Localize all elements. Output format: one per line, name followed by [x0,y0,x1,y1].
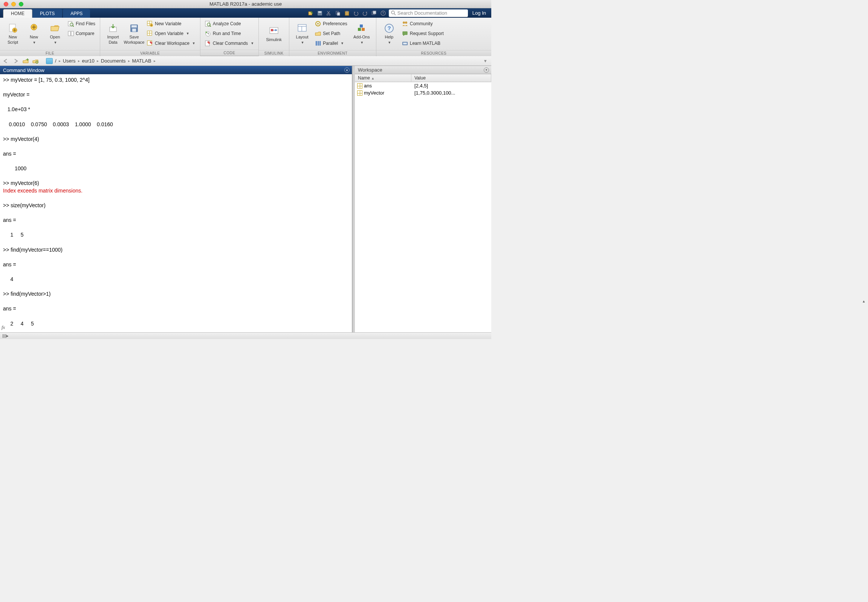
workspace-header[interactable]: Workspace ▾ [355,66,491,74]
windows-icon[interactable] [371,10,378,17]
breadcrumb-separator: ▸ [59,59,61,63]
layout-button[interactable]: Layout▼ [292,19,312,49]
layout-icon [297,23,307,34]
find-files-button[interactable]: Find Files [66,19,97,28]
command-line: 4 [3,276,352,283]
ribbon-label-file: FILE [0,50,100,56]
save-workspace-icon [129,23,140,34]
preferences-button[interactable]: Preferences [313,19,349,28]
nav-back-button[interactable] [2,57,10,65]
parallel-button[interactable]: Parallel▼ [313,39,349,48]
cut-icon[interactable] [326,10,332,17]
fx-prompt-icon[interactable]: fx [2,324,5,331]
new-variable-button[interactable]: New Variable [145,19,197,28]
tab-home[interactable]: HOME [3,9,32,18]
ribbon-label-simulink: SIMULINK [259,50,289,56]
redo-icon[interactable] [362,10,369,17]
ribbon-group-code: Analyze Code Run and Time Clear Commands… [200,18,259,56]
community-icon [402,21,408,27]
workspace-title: Workspace [358,67,383,73]
workspace-variable-row[interactable]: ans[2,4,5] [355,82,491,89]
simulink-button[interactable]: Simulink [262,19,286,49]
open-variable-button[interactable]: Open Variable▼ [145,29,197,38]
new-button[interactable]: New▼ [24,19,44,49]
analyze-code-button[interactable]: Analyze Code [203,19,255,28]
command-line: >> myVector(4) [3,136,352,143]
breadcrumb-separator: ▸ [78,59,80,63]
quick-shortcut-icon[interactable] [307,10,314,17]
tab-plots[interactable]: PLOTS [32,9,62,18]
search-documentation-input[interactable]: Search Documentation [389,9,468,17]
breadcrumb-separator: ▸ [97,59,99,63]
workspace-col-name[interactable]: Name ▲ [355,74,412,82]
new-script-button[interactable]: New Script [3,19,23,49]
svg-rect-50 [318,41,319,46]
save-workspace-button[interactable]: Save Workspace [124,19,144,49]
command-line: 1 5 [3,231,352,239]
command-window-menu-button[interactable]: ▾ [344,68,350,73]
nav-browse-button[interactable] [32,57,39,65]
breadcrumb-segment[interactable]: eur10 [82,58,95,64]
command-line: >> myVector(6) [3,180,352,187]
find-files-icon [68,21,74,27]
compare-button[interactable]: Compare [66,29,97,38]
command-line: >> myVector = [1, 75, 0.3, 1000, 2^4] [3,77,352,84]
command-line: >> find(myVector>1) [3,290,352,298]
copy-icon[interactable] [335,10,341,17]
workspace-variable-row[interactable]: myVector[1,75,0.3000,100... [355,89,491,97]
login-button[interactable]: Log In [470,10,488,16]
breadcrumb-separator: ▸ [128,59,130,63]
svg-line-20 [73,26,74,27]
ribbon-label-code: CODE [200,50,258,56]
command-line [3,253,352,261]
path-dropdown-button[interactable]: ▾ [481,57,489,65]
breadcrumb-segment[interactable]: / [55,58,57,64]
analyze-code-icon [205,21,211,27]
paste-icon[interactable] [344,10,350,17]
titlebar: MATLAB R2017a - academic use [0,0,491,8]
close-window-button[interactable] [4,2,8,6]
addons-button[interactable]: Add-Ons▼ [350,19,373,49]
ribbon: New Script New▼ Open▼ Find Files Compare [0,18,491,56]
nav-forward-button[interactable] [12,57,20,65]
maximize-window-button[interactable] [19,2,23,6]
help-button[interactable]: ? Help▼ [379,19,399,49]
command-window-body[interactable]: >> myVector = [1, 75, 0.3, 1000, 2^4] my… [0,74,352,332]
workspace-col-value[interactable]: Value [412,74,491,82]
breadcrumb-segment[interactable]: Users [63,58,76,64]
ribbon-label-environment: ENVIRONMENT [289,50,376,56]
clear-commands-button[interactable]: Clear Commands▼ [203,39,255,48]
command-window-header[interactable]: Command Window ▾ [0,66,352,74]
tab-apps[interactable]: APPS [63,9,90,18]
set-path-button[interactable]: Set Path [313,29,349,38]
minimize-window-button[interactable] [11,2,16,6]
run-and-time-button[interactable]: Run and Time [203,29,255,38]
clear-workspace-icon [147,40,153,46]
clear-workspace-button[interactable]: Clear Workspace▼ [145,39,197,48]
set-path-icon [315,31,321,37]
undo-icon[interactable] [353,10,359,17]
open-button[interactable]: Open▼ [45,19,65,49]
breadcrumb-segment[interactable]: MATLAB [132,58,151,64]
community-button[interactable]: Community [401,19,445,28]
current-folder-icon[interactable] [46,58,53,64]
addons-icon [356,23,367,34]
nav-up-button[interactable] [22,57,29,65]
command-line [3,158,352,165]
variable-name: myVector [364,90,384,96]
ribbon-group-file: New Script New▼ Open▼ Find Files Compare [0,18,100,56]
svg-rect-26 [132,29,136,32]
workspace-menu-button[interactable]: ▾ [484,68,489,73]
save-icon[interactable] [316,10,323,17]
help-icon[interactable]: ? [380,10,387,17]
svg-rect-53 [362,28,365,31]
request-support-button[interactable]: Request Support [401,29,445,38]
svg-rect-43 [271,29,273,31]
command-line [3,195,352,202]
breadcrumb-segment[interactable]: Documents [101,58,126,64]
svg-rect-54 [360,25,363,28]
request-support-icon [402,31,408,37]
svg-text:?: ? [387,25,391,31]
import-data-button[interactable]: Import Data [103,19,123,49]
learn-matlab-button[interactable]: Learn MATLAB [401,39,445,48]
